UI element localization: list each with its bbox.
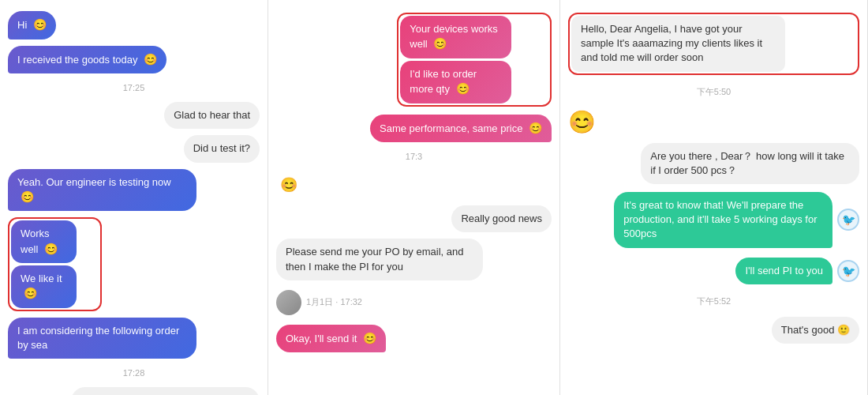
table-row: 1月1日 · 17:32 [276, 290, 552, 315]
message-bubble: Hi 😊 [8, 11, 56, 40]
message-text: We like it [21, 273, 62, 284]
timestamp: 下午5:52 [568, 295, 859, 307]
message-bubble: Are you there , Dear？ how long will it t… [641, 143, 859, 184]
emoji: 😊 [529, 122, 542, 134]
message-bubble: Your devices works well 😊 [400, 16, 511, 58]
emoji: 😊 [44, 243, 58, 255]
selection-box: Your devices works well 😊 I'd like to or… [397, 13, 552, 107]
table-row: That's good 🙂 [568, 317, 859, 344]
message-bubble: Same performance, same price 😊 [370, 115, 552, 143]
message-text: Okay, I'll send it [286, 333, 357, 344]
table-row: Hello, Dear Angelia, I have got your sam… [568, 13, 859, 75]
message-bubble: I'll send PI to you [735, 258, 832, 284]
emoji: 😊 [433, 37, 447, 50]
table-row: Your devices works well 😊 I'd like to or… [276, 13, 552, 107]
table-row: Are you there , Dear？ how long will it t… [568, 143, 859, 184]
message-text: That's good 🙂 [781, 324, 850, 336]
emoji: 😊 [33, 18, 47, 31]
message-bubble: I am considering the following order by … [8, 318, 196, 359]
message-text: I am considering the following order by … [17, 325, 179, 351]
message-text: Your devices works well [410, 23, 498, 50]
table-row: Please send me your PO by email, and the… [276, 239, 552, 280]
message-bubble: Really good news [451, 205, 552, 232]
table-row: 😊 [568, 109, 859, 135]
message-text: Glad to hear that [174, 109, 250, 121]
table-row: No problem, we'll arrange the next order… [8, 387, 260, 395]
left-panel: Hi 😊 I received the goods today 😊 17:25 … [0, 0, 268, 395]
message-bubble: It's great to know that! We'll prepare t… [614, 192, 832, 248]
table-row: It's great to know that! We'll prepare t… [568, 192, 859, 248]
message-text: Yeah. Our engineer is testing now [17, 176, 171, 188]
table-row: Same performance, same price 😊 [276, 115, 552, 143]
message-text: Really good news [461, 213, 542, 224]
emoji-avatar: 😊 [568, 109, 596, 135]
message-bubble: Okay, I'll send it 😊 [276, 325, 386, 353]
avatar: 😊 [276, 172, 301, 198]
message-bubble: Glad to hear that [164, 102, 260, 129]
timestamp: 17:3 [276, 152, 552, 161]
avatar [276, 290, 301, 315]
table-row: Okay, I'll send it 😊 [276, 325, 552, 353]
table-row: I am considering the following order by … [8, 318, 260, 359]
message-text: Are you there , Dear？ how long will it t… [650, 150, 844, 176]
message-bubble: Yeah. Our engineer is testing now 😊 [8, 169, 196, 212]
right-panel: Hello, Dear Angelia, I have got your sam… [560, 0, 868, 395]
message-text: Hello, Dear Angelia, I have got your sam… [581, 23, 762, 63]
message-text: Did u test it? [193, 142, 250, 154]
emoji: 😊 [24, 287, 37, 299]
table-row: Glad to hear that [8, 102, 260, 129]
selection-box: Hello, Dear Angelia, I have got your sam… [568, 13, 859, 75]
message-bubble: That's good 🙂 [772, 317, 859, 344]
emoji: 😊 [456, 82, 470, 95]
table-row: Yeah. Our engineer is testing now 😊 [8, 169, 260, 212]
table-row: Did u test it? [8, 135, 260, 162]
emoji: 😊 [144, 53, 157, 66]
twitter-icon: 🐦 [837, 209, 859, 231]
message-text: Same performance, same price [380, 122, 522, 134]
timestamp: 17:25 [8, 83, 260, 92]
message-text: It's great to know that! We'll prepare t… [623, 199, 817, 239]
message-text: Please send me your PO by email, and the… [286, 246, 463, 272]
message-text: I received the goods today [17, 54, 138, 66]
timestamp: 下午5:50 [568, 86, 859, 98]
message-text: I'll send PI to you [745, 265, 823, 276]
table-row: Hi 😊 [8, 11, 260, 40]
message-bubble: I'd like to order more qty 😊 [400, 61, 511, 103]
selection-box: Works well 😊 We like it 😊 [8, 217, 102, 311]
message-bubble: Did u test it? [184, 135, 260, 162]
timestamp: 1月1日 · 17:32 [306, 296, 362, 308]
table-row: Really good news [276, 205, 552, 232]
timestamp: 17:28 [8, 368, 260, 378]
twitter-icon: 🐦 [837, 260, 859, 282]
message-bubble: No problem, we'll arrange the next order… [71, 387, 260, 395]
message-bubble: I received the goods today 😊 [8, 46, 166, 74]
message-bubble: Please send me your PO by email, and the… [276, 239, 483, 280]
table-row: I received the goods today 😊 [8, 46, 260, 74]
table-row: I'll send PI to you 🐦 [568, 258, 859, 284]
table-row: 😊 [276, 172, 552, 198]
message-text: Hi [17, 19, 27, 31]
table-row: Works well 😊 We like it 😊 [8, 217, 260, 311]
emoji: 😊 [363, 332, 376, 344]
message-bubble: Hello, Dear Angelia, I have got your sam… [571, 16, 785, 72]
message-bubble: Works well 😊 [11, 220, 77, 263]
message-bubble: We like it 😊 [11, 265, 77, 308]
emoji: 😊 [21, 190, 34, 203]
mid-panel: Your devices works well 😊 I'd like to or… [268, 0, 560, 395]
